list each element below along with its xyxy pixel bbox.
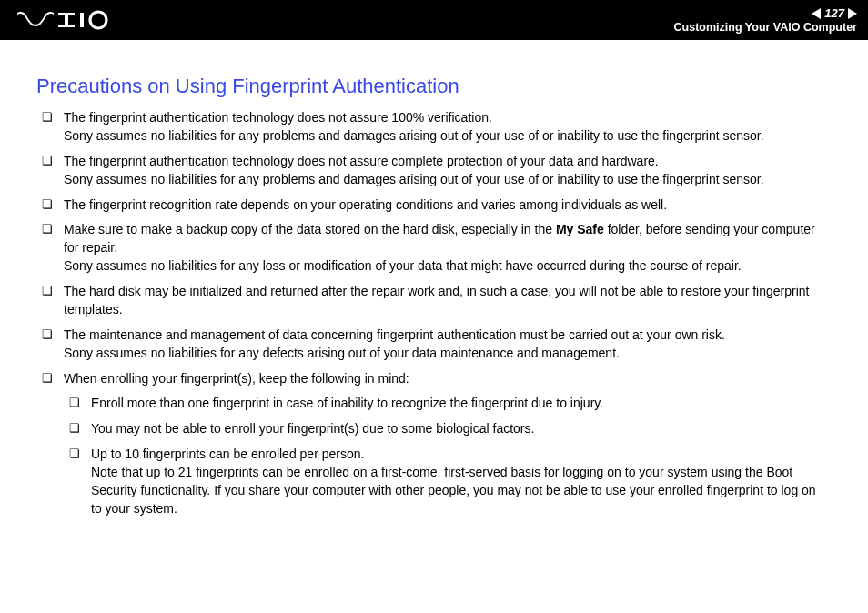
text: Make sure to make a backup copy of the d… (64, 222, 556, 236)
list-item: When enrolling your fingerprint(s), keep… (36, 370, 830, 518)
svg-rect-2 (65, 13, 68, 27)
header-right: 127 Customizing Your VAIO Computer (674, 6, 857, 34)
page-number: 127 (823, 6, 846, 20)
content-area: Precautions on Using Fingerprint Authent… (0, 40, 868, 518)
prev-page-icon[interactable] (812, 8, 821, 19)
text: The fingerprint authentication technolog… (64, 109, 830, 127)
text: The maintenance and management of data c… (64, 327, 830, 345)
text: Note that up to 21 fingerprints can be e… (91, 464, 830, 518)
header-bar: 127 Customizing Your VAIO Computer (0, 0, 868, 40)
list-item: The fingerprint authentication technolog… (36, 109, 830, 146)
text: Make sure to make a backup copy of the d… (64, 221, 830, 257)
text: Sony assumes no liabilities for any loss… (64, 257, 830, 276)
next-page-icon[interactable] (848, 8, 857, 19)
sub-bullet-list: Enroll more than one fingerprint in case… (64, 395, 830, 518)
list-item: The maintenance and management of data c… (36, 327, 830, 363)
text: The fingerprint authentication technolog… (64, 153, 830, 171)
list-item: Make sure to make a backup copy of the d… (36, 221, 830, 276)
list-item: Enroll more than one fingerprint in case… (64, 395, 830, 413)
vaio-logo (16, 10, 112, 30)
text: The hard disk may be initialized and ret… (64, 283, 830, 319)
list-item: Up to 10 fingerprints can be enrolled pe… (64, 446, 830, 518)
text: Sony assumes no liabilities for any defe… (64, 345, 830, 363)
bullet-list: The fingerprint authentication technolog… (36, 109, 830, 518)
list-item: You may not be able to enroll your finge… (64, 420, 830, 438)
text: When enrolling your fingerprint(s), keep… (64, 370, 830, 388)
text: The fingerprint recognition rate depends… (64, 196, 830, 215)
text: You may not be able to enroll your finge… (91, 420, 830, 438)
section-title: Customizing Your VAIO Computer (674, 21, 857, 34)
text: Sony assumes no liabilities for any prob… (64, 127, 830, 146)
text: Sony assumes no liabilities for any prob… (64, 171, 830, 189)
bold-text: My Safe (556, 222, 604, 236)
page-nav: 127 (812, 6, 857, 20)
svg-point-4 (90, 12, 106, 28)
text: Enroll more than one fingerprint in case… (91, 395, 830, 413)
list-item: The fingerprint recognition rate depends… (36, 196, 830, 215)
svg-rect-3 (80, 13, 84, 27)
text: Up to 10 fingerprints can be enrolled pe… (91, 446, 830, 464)
list-item: The fingerprint authentication technolog… (36, 153, 830, 189)
list-item: The hard disk may be initialized and ret… (36, 283, 830, 319)
page-heading: Precautions on Using Fingerprint Authent… (36, 75, 830, 98)
